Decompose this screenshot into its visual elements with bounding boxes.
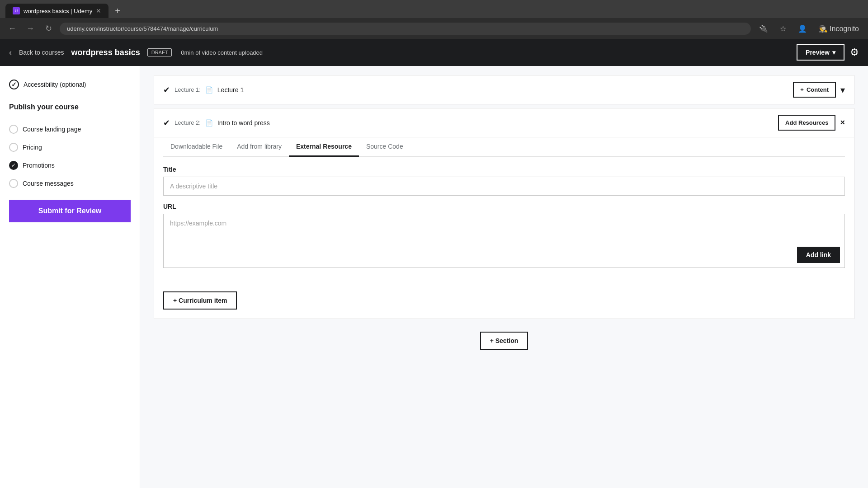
url-field-group: URL Add link [163,203,845,268]
submit-for-review-button[interactable]: Submit for Review [9,200,131,222]
content-area: ✔ Lecture 1: 📄 Lecture 1 + Content ▾ [140,66,868,488]
lecture-1-actions: + Content ▾ [793,82,845,98]
lecture-2-actions: Add Resources × [778,115,845,131]
content-plus-icon: + [800,86,804,93]
tab-source-code-label: Source Code [366,143,403,150]
bookmark-button[interactable]: ☆ [776,23,790,35]
sidebar-item-promotions[interactable]: Promotions [9,156,131,174]
tab-external-resource-label: External Resource [296,143,352,150]
lecture-1-expand-button[interactable]: ▾ [840,84,845,95]
resources-panel: Downloadable File Add from library Exter… [154,137,854,284]
curriculum-item-button[interactable]: + Curriculum item [163,291,237,310]
resource-tabs: Downloadable File Add from library Exter… [163,137,845,157]
radio-course-messages [9,179,18,188]
accessibility-item: ✓ Accessibility (optional) [9,75,131,94]
active-tab[interactable]: U wordpress basics | Udemy ✕ [5,4,108,18]
main-layout: ✓ Accessibility (optional) Publish your … [0,66,868,488]
url-label: URL [163,203,845,210]
close-icon: × [840,118,845,127]
draft-badge: DRAFT [147,48,172,56]
url-input[interactable] [170,220,838,227]
tab-downloadable-file-label: Downloadable File [170,143,222,150]
title-label: Title [163,166,845,173]
publish-heading: Publish your course [9,103,131,111]
course-title: wordpress basics [71,48,140,57]
topbar: ‹ Back to courses wordpress basics DRAFT… [0,39,868,66]
tab-source-code[interactable]: Source Code [359,137,410,157]
tab-add-from-library-label: Add from library [237,143,282,150]
forward-nav-button[interactable]: → [24,22,37,35]
lecture-1-name: Lecture 1 [217,86,244,94]
browser-controls: ← → ↻ 🔌 ☆ 👤 🕵 Incognito [0,18,868,39]
profile-button[interactable]: 👤 [794,23,811,35]
reload-button[interactable]: ↻ [42,22,55,35]
tab-title: wordpress basics | Udemy [24,8,92,14]
browser-actions: 🔌 ☆ 👤 🕵 Incognito [755,23,863,35]
address-bar[interactable] [60,23,751,35]
sidebar-item-label-promotions: Promotions [23,162,55,169]
back-to-courses-label: Back to courses [19,49,64,56]
radio-pricing [9,143,18,152]
tab-external-resource[interactable]: External Resource [289,137,359,157]
preview-arrow-icon: ▾ [832,49,835,56]
app: ‹ Back to courses wordpress basics DRAFT… [0,39,868,488]
sidebar-item-label-course-landing: Course landing page [23,126,81,133]
content-label: Content [807,86,829,93]
sidebar-item-label-course-messages: Course messages [23,180,74,187]
lecture-2-name: Intro to word press [217,119,270,127]
back-to-courses-link[interactable]: Back to courses [19,49,64,56]
chevron-down-icon: ▾ [840,85,845,95]
tab-bar: U wordpress basics | Udemy ✕ + [0,0,868,18]
upload-info: 0min of video content uploaded [181,49,263,56]
lecture-2-check-icon: ✔ [163,118,170,128]
accessibility-label: Accessibility (optional) [24,81,86,88]
title-input[interactable] [163,177,845,196]
lecture-1-content-button[interactable]: + Content [793,82,836,98]
close-resources-button[interactable]: × [840,118,845,127]
sidebar-item-course-landing[interactable]: Course landing page [9,120,131,138]
radio-course-landing [9,125,18,134]
lecture-1-number: Lecture 1: [175,86,201,93]
tab-add-from-library[interactable]: Add from library [230,137,289,157]
extensions-button[interactable]: 🔌 [755,23,772,35]
lecture-1-header: ✔ Lecture 1: 📄 Lecture 1 + Content ▾ [154,75,854,104]
topbar-right: Preview ▾ ⚙ [797,44,859,61]
lecture-2-card: ✔ Lecture 2: 📄 Intro to word press Add R… [154,108,854,319]
lecture-1-check-icon: ✔ [163,85,170,95]
lecture-2-number: Lecture 2: [175,119,201,126]
url-box: Add link [163,214,845,268]
section-area: + Section [154,323,854,359]
sidebar: ✓ Accessibility (optional) Publish your … [0,66,140,488]
browser-chrome: U wordpress basics | Udemy ✕ + ← → ↻ 🔌 ☆… [0,0,868,39]
tab-favicon: U [13,7,20,14]
accessibility-check-icon: ✓ [9,80,19,89]
lecture-1-card: ✔ Lecture 1: 📄 Lecture 1 + Content ▾ [154,75,854,104]
settings-button[interactable]: ⚙ [850,47,859,58]
title-field-group: Title [163,166,845,196]
tab-downloadable-file[interactable]: Downloadable File [163,137,230,157]
sidebar-item-course-messages[interactable]: Course messages [9,174,131,192]
new-tab-button[interactable]: + [111,4,124,18]
incognito-button[interactable]: 🕵 Incognito [815,23,863,35]
back-arrow-icon: ‹ [9,48,12,57]
preview-button[interactable]: Preview ▾ [797,44,844,61]
lecture-1-doc-icon: 📄 [205,86,213,94]
add-section-button[interactable]: + Section [480,332,528,350]
sidebar-item-pricing[interactable]: Pricing [9,138,131,156]
add-link-button[interactable]: Add link [797,247,840,263]
tab-close-button[interactable]: ✕ [96,7,101,14]
lecture-2-header: ✔ Lecture 2: 📄 Intro to word press Add R… [154,108,854,137]
lecture-2-doc-icon: 📄 [205,119,213,127]
add-resources-label: Add Resources [785,119,828,126]
radio-promotions [9,161,18,170]
sidebar-item-label-pricing: Pricing [23,144,42,151]
add-resources-button[interactable]: Add Resources [778,115,835,131]
preview-label: Preview [806,49,830,56]
back-nav-button[interactable]: ← [5,22,19,35]
